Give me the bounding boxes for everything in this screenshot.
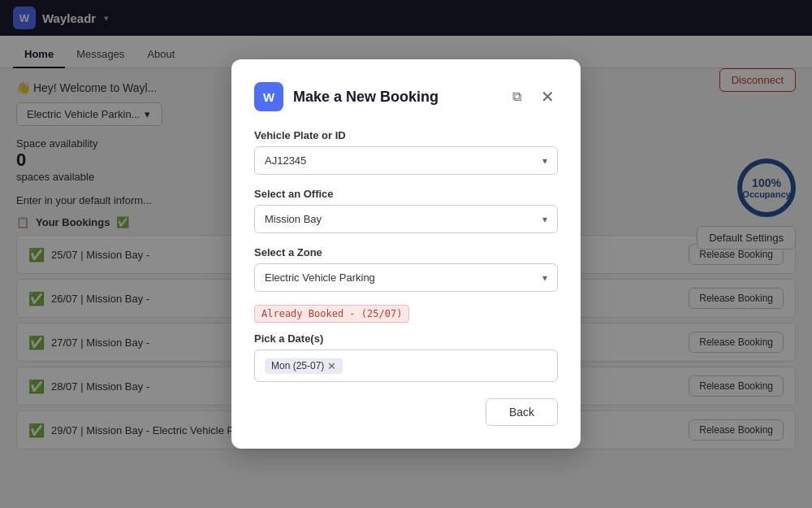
external-link-icon: ⧉ (512, 89, 521, 103)
modal-footer: Back (254, 398, 558, 426)
modal-overlay: W Make a New Booking ⧉ ✕ Vehicle Plate o… (0, 0, 812, 508)
back-button[interactable]: Back (486, 398, 558, 426)
vehicle-plate-group: Vehicle Plate or ID AJ12345 ▾ (254, 129, 558, 175)
select-zone-group: Select a Zone Electric Vehicle Parking ▾ (254, 246, 558, 292)
select-zone-dropdown[interactable]: Electric Vehicle Parking ▾ (254, 263, 558, 292)
select-zone-label: Select a Zone (254, 246, 558, 258)
select-office-dropdown[interactable]: Mission Bay ▾ (254, 205, 558, 233)
chevron-down-icon: ▾ (542, 214, 547, 225)
date-tag: Mon (25-07) ✕ (265, 358, 343, 374)
chevron-down-icon: ▾ (542, 155, 547, 167)
already-booked-badge: Already Booked - (25/07) (254, 305, 409, 323)
vehicle-plate-dropdown[interactable]: AJ12345 ▾ (254, 146, 558, 175)
modal-logo: W (254, 82, 283, 111)
select-office-label: Select an Office (254, 188, 558, 200)
vehicle-plate-label: Vehicle Plate or ID (254, 129, 558, 141)
date-input[interactable]: Mon (25-07) ✕ (254, 350, 558, 382)
close-icon: ✕ (541, 88, 555, 106)
modal-dialog: W Make a New Booking ⧉ ✕ Vehicle Plate o… (231, 59, 581, 449)
select-office-group: Select an Office Mission Bay ▾ (254, 188, 558, 233)
chevron-down-icon: ▾ (542, 272, 547, 284)
external-link-button[interactable]: ⧉ (509, 88, 525, 106)
pick-dates-label: Pick a Date(s) (254, 332, 558, 345)
close-button[interactable]: ✕ (538, 85, 558, 108)
modal-title: Make a New Booking (293, 89, 499, 106)
modal-header: W Make a New Booking ⧉ ✕ (254, 82, 558, 111)
pick-dates-group: Pick a Date(s) Mon (25-07) ✕ (254, 332, 558, 382)
date-tag-close-icon[interactable]: ✕ (327, 360, 336, 372)
